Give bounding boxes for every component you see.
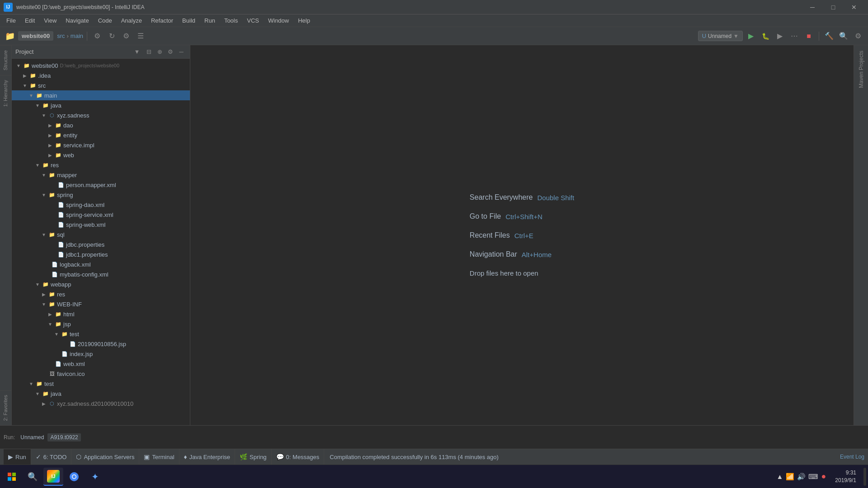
tree-item-person-mapper[interactable]: ▶ 📄 person.mapper.xml — [12, 180, 190, 190]
run-button[interactable]: ▶ — [745, 30, 757, 42]
icon-logback: 📄 — [51, 261, 58, 268]
menu-help[interactable]: Help — [293, 15, 315, 26]
menu-tools[interactable]: Tools — [220, 15, 242, 26]
status-tab-java-enterprise[interactable]: ♦ Java Enterprise — [179, 449, 235, 465]
menu-file[interactable]: File — [2, 15, 20, 26]
tree-item-web-xml[interactable]: ▶ 📄 web.xml — [12, 359, 190, 369]
tree-item-spring-service[interactable]: ▶ 📄 spring-service.xml — [12, 210, 190, 220]
breadcrumb-src[interactable]: src — [57, 33, 65, 39]
panel-settings[interactable]: ⚙ — [165, 47, 175, 57]
menu-vcs[interactable]: VCS — [242, 15, 264, 26]
tree-item-favicon[interactable]: ▶ 🖼 favicon.ico — [12, 369, 190, 379]
panel-header-dropdown[interactable]: ▼ — [132, 47, 142, 57]
tree-item-java[interactable]: ▼ 📁 java — [12, 100, 190, 110]
tree-item-test-pkg[interactable]: ▶ ⬡ xyz.sadness.d201009010010 — [12, 399, 190, 408]
more-run-button[interactable]: ⋯ — [788, 30, 801, 42]
tree-item-res[interactable]: ▼ 📁 res — [12, 160, 190, 170]
close-button[interactable]: ✕ — [844, 0, 864, 14]
status-tab-messages[interactable]: 💬 0: Messages — [272, 449, 325, 465]
tree-item-spring-dao[interactable]: ▶ 📄 spring-dao.xml — [12, 200, 190, 210]
status-tab-terminal[interactable]: ▣ Terminal — [139, 449, 179, 465]
tree-item-spring[interactable]: ▼ 📁 spring — [12, 190, 190, 200]
tree-item-201909[interactable]: ▶ 📄 201909010856.jsp — [12, 339, 190, 349]
tree-item-mybatis[interactable]: ▶ 📄 mybatis-config.xml — [12, 269, 190, 279]
settings-button[interactable]: ⚙ — [852, 30, 864, 42]
status-tab-app-servers[interactable]: ⬡ Application Servers — [71, 449, 139, 465]
menu-code[interactable]: Code — [94, 15, 117, 26]
intellij-taskbar-app[interactable]: IJ — [43, 468, 63, 486]
tree-item-webapp-res[interactable]: ▶ 📁 res — [12, 289, 190, 299]
tray-network[interactable]: 📶 — [786, 473, 794, 481]
project-tree-icon[interactable]: 📁 — [4, 30, 16, 42]
toolbar-layout[interactable]: ☰ — [134, 30, 147, 42]
tree-item-sql[interactable]: ▼ 📁 sql — [12, 230, 190, 239]
stop-button[interactable]: ■ — [802, 30, 815, 42]
project-tree[interactable]: ▼ 📁 website00 D:\web_projects\website00 … — [12, 59, 190, 425]
spring-label: Spring — [250, 454, 267, 460]
run-config-selector[interactable]: U Unnamed ▼ — [698, 31, 743, 41]
app4-taskbar-btn[interactable]: ✦ — [85, 467, 105, 487]
show-desktop-button[interactable] — [863, 468, 866, 486]
tree-item-src[interactable]: ▼ 📁 src — [12, 80, 190, 90]
tree-item-logback[interactable]: ▶ 📄 logback.xml — [12, 259, 190, 269]
tree-item-entity[interactable]: ▶ 📁 entity — [12, 130, 190, 140]
menu-navigate[interactable]: Navigate — [61, 15, 93, 26]
minimize-button[interactable]: ─ — [802, 0, 823, 14]
start-button[interactable] — [2, 467, 22, 487]
tree-item-idea[interactable]: ▶ 📁 .idea — [12, 70, 190, 80]
menu-analyze[interactable]: Analyze — [117, 15, 146, 26]
tree-item-xyz-sadness[interactable]: ▼ ⬡ xyz.sadness — [12, 110, 190, 120]
system-clock[interactable]: 9:31 2019/9/1 — [831, 469, 860, 484]
status-tab-spring[interactable]: 🌿 Spring — [235, 449, 272, 465]
tree-item-website00[interactable]: ▼ 📁 website00 D:\web_projects\website00 — [12, 61, 190, 70]
debug-button[interactable]: 🐛 — [759, 30, 772, 42]
tray-keyboard[interactable]: ⌨ — [808, 473, 818, 481]
editor-area: Search Everywhere Double Shift Go to Fil… — [190, 45, 854, 425]
maximize-button[interactable]: □ — [823, 0, 844, 14]
event-log-link[interactable]: Event Log — [840, 454, 864, 460]
panel-collapse-all[interactable]: ⊟ — [144, 47, 154, 57]
panel-minimize[interactable]: ─ — [176, 47, 186, 57]
tree-item-spring-web[interactable]: ▶ 📄 spring-web.xml — [12, 220, 190, 230]
tree-item-index-jsp[interactable]: ▶ 📄 index.jsp — [12, 349, 190, 359]
tray-chevron[interactable]: ▲ — [777, 473, 783, 480]
panel-locate[interactable]: ⊕ — [155, 47, 165, 57]
tree-item-html[interactable]: ▶ 📁 html — [12, 309, 190, 319]
toolbar-settings[interactable]: ⚙ — [120, 30, 132, 42]
menu-run[interactable]: Run — [200, 15, 220, 26]
tab-hierarchy[interactable]: 1: Hierarchy — [0, 75, 11, 111]
tree-item-test-jsp[interactable]: ▼ 📁 test — [12, 329, 190, 339]
search-everywhere-icon[interactable]: 🔍 — [837, 30, 850, 42]
breadcrumb-main[interactable]: main — [71, 33, 83, 39]
coverage-button[interactable]: ▶ — [774, 30, 786, 42]
status-tab-todo[interactable]: ✓ 6: TODO — [31, 449, 72, 465]
tab-favorites[interactable]: 2: Favorites — [0, 390, 11, 425]
toolbar-btn-2[interactable]: ↻ — [105, 30, 118, 42]
chrome-taskbar-btn[interactable] — [64, 467, 84, 487]
tree-item-jsp[interactable]: ▼ 📁 jsp — [12, 319, 190, 329]
status-tab-run[interactable]: ▶ Run — [4, 449, 31, 465]
tree-item-jdbc1[interactable]: ▶ 📄 jdbc1.properties — [12, 249, 190, 259]
tree-item-web[interactable]: ▶ 📁 web — [12, 150, 190, 160]
menu-view[interactable]: View — [39, 15, 61, 26]
menu-edit[interactable]: Edit — [20, 15, 39, 26]
tray-volume[interactable]: 🔊 — [797, 473, 806, 481]
tree-item-service-impl[interactable]: ▶ 📁 service.impl — [12, 140, 190, 150]
maven-projects-tab[interactable]: Maven Projects — [855, 47, 868, 92]
menu-window[interactable]: Window — [264, 15, 293, 26]
tree-item-main[interactable]: ▼ 📁 main — [12, 90, 190, 100]
tree-item-test-java[interactable]: ▼ 📁 java — [12, 389, 190, 399]
build-button[interactable]: 🔨 — [823, 30, 835, 42]
search-taskbar-button[interactable]: 🔍 — [23, 467, 42, 487]
tree-item-test-src[interactable]: ▼ 📁 test — [12, 379, 190, 389]
goto-file-item: Go to File Ctrl+Shift+N — [470, 212, 574, 221]
tab-structure[interactable]: Structure — [0, 45, 11, 75]
menu-refactor[interactable]: Refactor — [146, 15, 178, 26]
tree-item-dao[interactable]: ▶ 📁 dao — [12, 120, 190, 130]
menu-build[interactable]: Build — [178, 15, 200, 26]
tree-item-mapper[interactable]: ▼ 📁 mapper — [12, 170, 190, 180]
tree-item-webinf[interactable]: ▼ 📁 WEB-INF — [12, 299, 190, 309]
toolbar-btn-1[interactable]: ⚙ — [91, 30, 104, 42]
tree-item-jdbc[interactable]: ▶ 📄 jdbc.properties — [12, 239, 190, 249]
tree-item-webapp[interactable]: ▼ 📁 webapp — [12, 279, 190, 289]
